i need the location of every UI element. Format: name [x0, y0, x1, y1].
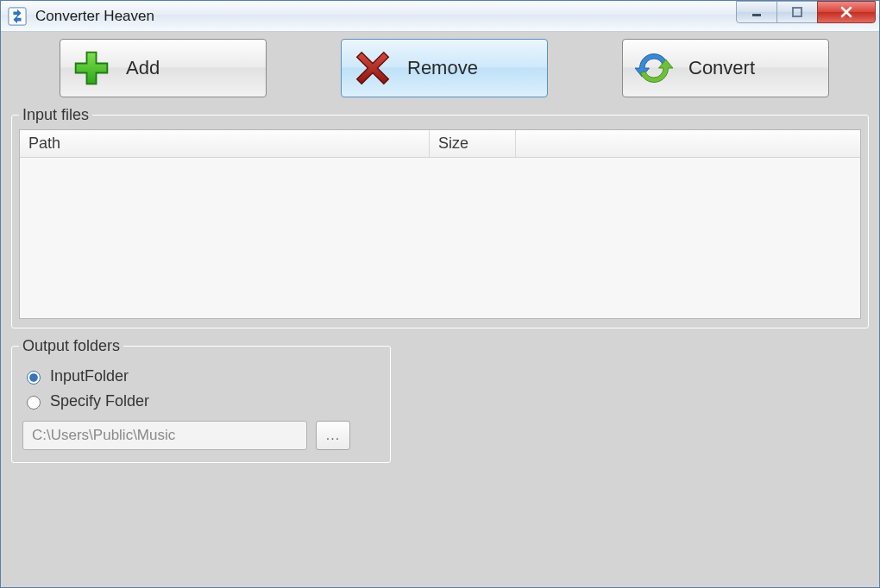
- x-icon: [354, 49, 392, 87]
- output-path-field[interactable]: [22, 421, 307, 450]
- output-path-row: ...: [22, 421, 380, 450]
- refresh-icon: [635, 49, 673, 87]
- input-files-list[interactable]: Path Size: [19, 129, 861, 319]
- output-folders-legend: Output folders: [19, 337, 123, 355]
- plus-icon: [72, 49, 110, 87]
- radio-input-folder-input[interactable]: [27, 371, 41, 385]
- app-window: Converter Heaven: [0, 0, 880, 588]
- column-size[interactable]: Size: [430, 130, 516, 157]
- close-icon: [839, 5, 853, 19]
- svg-rect-2: [793, 8, 801, 16]
- window-controls: [737, 1, 876, 31]
- browse-button[interactable]: ...: [316, 421, 350, 450]
- close-button[interactable]: [817, 1, 876, 23]
- radio-specify-folder-input[interactable]: [27, 396, 41, 410]
- app-icon: [8, 7, 27, 26]
- radio-specify-folder[interactable]: Specify Folder: [22, 392, 380, 410]
- window-title: Converter Heaven: [35, 8, 154, 25]
- minimize-button[interactable]: [736, 1, 777, 23]
- remove-button[interactable]: Remove: [341, 39, 548, 97]
- radio-input-folder-label: InputFolder: [50, 367, 129, 385]
- add-button[interactable]: Add: [60, 39, 267, 97]
- column-path[interactable]: Path: [20, 130, 430, 157]
- list-header: Path Size: [20, 130, 860, 158]
- browse-label: ...: [326, 428, 340, 443]
- maximize-button[interactable]: [776, 1, 818, 23]
- minimize-icon: [751, 6, 763, 18]
- radio-input-folder[interactable]: InputFolder: [22, 367, 380, 385]
- column-spacer: [516, 130, 860, 157]
- convert-label: Convert: [688, 57, 755, 79]
- svg-rect-1: [752, 14, 761, 16]
- output-folders-group: Output folders InputFolder Specify Folde…: [11, 337, 391, 463]
- radio-specify-folder-label: Specify Folder: [50, 392, 149, 410]
- action-row: Add Remove Convert: [9, 37, 871, 106]
- titlebar: Converter Heaven: [1, 1, 879, 32]
- input-files-group: Input files Path Size: [11, 106, 869, 328]
- client-area: Add Remove Convert: [1, 32, 879, 587]
- maximize-icon: [791, 6, 803, 18]
- input-files-legend: Input files: [19, 106, 92, 124]
- list-body[interactable]: [20, 158, 860, 318]
- add-label: Add: [126, 57, 160, 79]
- convert-button[interactable]: Convert: [622, 39, 829, 97]
- remove-label: Remove: [407, 57, 478, 79]
